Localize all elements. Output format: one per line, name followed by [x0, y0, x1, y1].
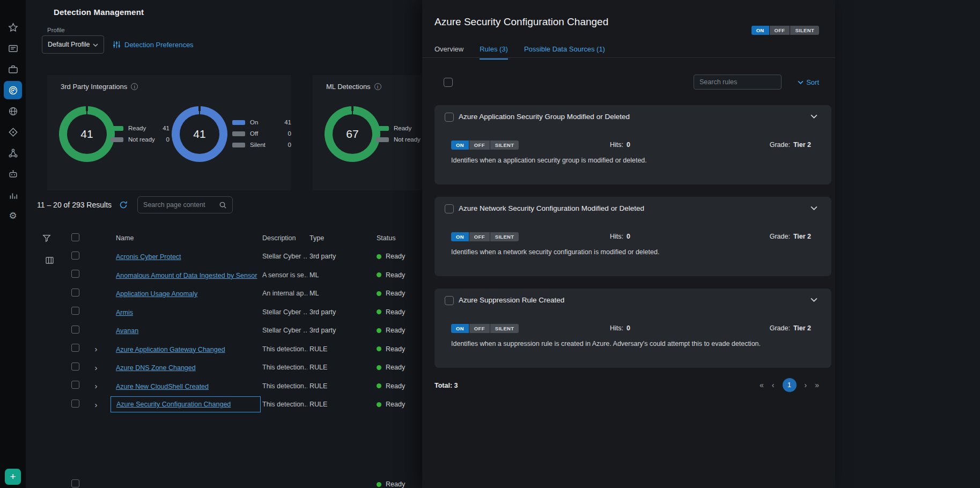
- chevron-down-icon[interactable]: [810, 298, 817, 302]
- info-icon[interactable]: [374, 83, 381, 90]
- select-all-checkbox[interactable]: [71, 233, 79, 241]
- toggle-on-button[interactable]: ON: [451, 324, 469, 333]
- row-checkbox[interactable]: [71, 252, 79, 260]
- detection-link[interactable]: Azure DNS Zone Changed: [116, 364, 196, 372]
- row-checkbox[interactable]: [71, 479, 79, 487]
- table-row[interactable]: Avanan Stellar Cyber … 3rd party Ready: [26, 321, 455, 340]
- detection-link[interactable]: Avanan: [116, 327, 138, 335]
- table-row-partial[interactable]: Ready: [26, 475, 455, 488]
- tabs-divider: [422, 57, 835, 58]
- table-row[interactable]: Armis Stellar Cyber … 3rd party Ready: [26, 303, 455, 322]
- table-row[interactable]: Acronis Cyber Protect Stellar Cyber … 3r…: [26, 247, 455, 266]
- assistant-plus-icon[interactable]: +: [5, 469, 21, 485]
- toggle-on-button[interactable]: ON: [451, 232, 469, 241]
- toggle-off-button[interactable]: OFF: [469, 141, 490, 150]
- rule-checkbox[interactable]: [445, 113, 454, 122]
- connections-icon[interactable]: [4, 144, 22, 162]
- sort-label: Sort: [806, 78, 819, 86]
- star-icon[interactable]: [4, 18, 22, 36]
- detection-link[interactable]: Azure Application Gateway Changed: [116, 346, 225, 353]
- first-page-icon[interactable]: «: [760, 381, 764, 389]
- detection-link[interactable]: Azure Security Configuration Changed: [116, 401, 231, 408]
- bot-icon[interactable]: [4, 165, 22, 183]
- toggle-silent-button[interactable]: SILENT: [490, 141, 519, 150]
- row-checkbox[interactable]: [71, 400, 79, 408]
- license-icon[interactable]: [4, 39, 22, 57]
- page-search-input[interactable]: [143, 201, 219, 209]
- briefcase-icon[interactable]: [4, 60, 22, 78]
- detection-link[interactable]: Anomalous Amount of Data Ingested by Sen…: [116, 272, 257, 279]
- ready-donut-chart: 67: [325, 106, 380, 162]
- rule-checkbox[interactable]: [445, 296, 454, 305]
- column-header-description[interactable]: Description: [261, 234, 307, 242]
- table-row[interactable]: Anomalous Amount of Data Ingested by Sen…: [26, 266, 455, 285]
- row-checkbox[interactable]: [71, 363, 79, 371]
- sort-control[interactable]: Sort: [798, 78, 819, 86]
- globe-icon[interactable]: [4, 102, 22, 120]
- table-row-selected[interactable]: › Azure Security Configuration Changed T…: [26, 395, 455, 414]
- third-party-integrations-card: 3rd Party Integrations 41 Ready41 Not re…: [47, 75, 291, 190]
- column-header-name[interactable]: Name: [105, 234, 261, 242]
- expand-chevron-icon[interactable]: ›: [95, 382, 98, 390]
- target-icon[interactable]: [4, 123, 22, 141]
- rule-card: Azure Suppression Rule Created ON OFF SI…: [434, 289, 831, 368]
- detection-link[interactable]: Acronis Cyber Protect: [116, 253, 181, 261]
- row-checkbox[interactable]: [71, 289, 79, 297]
- toggle-off-button[interactable]: OFF: [469, 232, 490, 241]
- toggle-off-button[interactable]: OFF: [469, 324, 490, 333]
- legend-label: Ready: [128, 125, 146, 131]
- expand-chevron-icon[interactable]: ›: [95, 364, 98, 372]
- legend-label: Not ready: [394, 136, 421, 143]
- chevron-down-icon[interactable]: [810, 114, 817, 119]
- toggle-off-button[interactable]: OFF: [770, 26, 790, 35]
- rule-checkbox[interactable]: [445, 204, 454, 213]
- rule-grade: Grade:Tier 2: [770, 233, 811, 240]
- toggle-silent-button[interactable]: SILENT: [490, 324, 519, 333]
- expand-chevron-icon[interactable]: ›: [95, 345, 98, 353]
- detection-preferences-link[interactable]: Detection Preferences: [113, 40, 194, 49]
- search-icon: [219, 201, 227, 209]
- chevron-down-icon[interactable]: [810, 206, 817, 210]
- table-row[interactable]: › Azure New CloudShell Created This dete…: [26, 377, 455, 396]
- select-all-rules-checkbox[interactable]: [444, 78, 453, 87]
- reports-icon[interactable]: [4, 186, 22, 204]
- results-summary: 11 – 20 of 293 Results: [37, 201, 112, 209]
- row-checkbox[interactable]: [71, 381, 79, 389]
- profile-dropdown[interactable]: Default Profile: [42, 35, 104, 54]
- table-row[interactable]: › Azure DNS Zone Changed This detection……: [26, 358, 455, 377]
- settings-icon[interactable]: ⚙: [4, 206, 22, 225]
- row-checkbox[interactable]: [71, 270, 79, 278]
- filter-icon[interactable]: [42, 234, 51, 242]
- rule-title: Azure Suppression Rule Created: [459, 296, 564, 304]
- selected-name-cell[interactable]: Azure Security Configuration Changed: [110, 396, 261, 412]
- rules-search-input[interactable]: [699, 78, 776, 86]
- next-page-icon[interactable]: ›: [805, 381, 807, 389]
- toggle-on-button[interactable]: ON: [751, 26, 769, 35]
- row-description: Stellar Cyber …: [261, 327, 307, 334]
- row-checkbox[interactable]: [71, 326, 79, 334]
- expand-chevron-icon[interactable]: ›: [95, 401, 98, 409]
- status-dot-icon: [377, 383, 381, 388]
- detection-link[interactable]: Application Usage Anomaly: [116, 290, 197, 298]
- detections-icon[interactable]: [4, 81, 22, 99]
- info-icon[interactable]: [131, 83, 138, 90]
- status-dot-icon: [377, 272, 381, 277]
- legend-label: Ready: [394, 125, 411, 131]
- toggle-silent-button[interactable]: SILENT: [790, 26, 819, 35]
- detection-link[interactable]: Azure New CloudShell Created: [116, 383, 209, 390]
- current-page-button[interactable]: 1: [783, 378, 797, 392]
- last-page-icon[interactable]: »: [815, 381, 819, 389]
- detection-preferences-label: Detection Preferences: [124, 41, 194, 49]
- table-row[interactable]: › Azure Application Gateway Changed This…: [26, 340, 455, 359]
- toggle-on-button[interactable]: ON: [451, 141, 469, 150]
- refresh-icon[interactable]: [119, 201, 128, 209]
- column-header-type[interactable]: Type: [307, 234, 374, 242]
- table-row[interactable]: Application Usage Anomaly An internal ap…: [26, 284, 455, 303]
- table-header: Name Description Type Status: [26, 232, 455, 245]
- previous-page-icon[interactable]: ‹: [772, 381, 775, 389]
- legend-swatch-blue: [232, 120, 245, 125]
- detection-link[interactable]: Armis: [116, 309, 133, 316]
- row-checkbox[interactable]: [71, 307, 79, 315]
- row-checkbox[interactable]: [71, 344, 79, 352]
- toggle-silent-button[interactable]: SILENT: [490, 232, 519, 241]
